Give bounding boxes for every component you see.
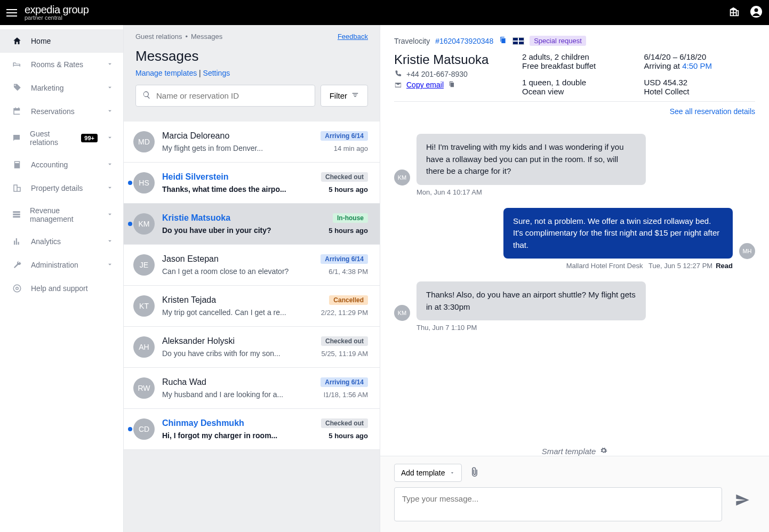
conversation-preview: Can I get a room close to an elevator? <box>162 267 323 276</box>
add-template-button[interactable]: Add template <box>394 464 462 482</box>
sidebar-item-accounting[interactable]: Accounting <box>0 153 123 176</box>
attachment-icon[interactable] <box>469 467 480 479</box>
conversation-item[interactable]: AHAleksander HolyskiChecked outDo you ha… <box>124 327 380 368</box>
see-all-reservation-link[interactable]: See all reservation details <box>670 107 755 116</box>
conversation-name: Heidi Silverstein <box>162 172 229 182</box>
message-list-panel: Guest relations•Messages Feedback Messag… <box>124 25 380 532</box>
conversation-name: Aleksander Holyski <box>162 336 235 346</box>
avatar: MD <box>133 131 155 152</box>
conversation-time: 5 hours ago <box>329 227 368 235</box>
status-badge: Checked out <box>321 172 368 182</box>
copy-icon <box>448 80 455 90</box>
copy-id-icon[interactable] <box>499 36 507 46</box>
sidebar-item-home[interactable]: Home <box>0 29 123 53</box>
sidebar-item-label: Guest relations <box>30 130 73 147</box>
search-icon <box>142 91 151 101</box>
status-badge: Checked out <box>321 336 368 346</box>
conversation-preview: My trip got cancelled. Can I get a re... <box>162 308 316 317</box>
chevron-down-icon <box>106 184 114 193</box>
chevron-down-icon <box>106 84 114 93</box>
unread-dot-icon <box>128 427 132 431</box>
conversation-name: Jason Estepan <box>162 254 219 264</box>
conversation-preview: Hi, I forgot my charger in room... <box>162 431 323 440</box>
sidebar-item-reservations[interactable]: Reservations <box>0 100 123 123</box>
message-row: MHSure, not a problem. We offer a twin s… <box>394 208 755 270</box>
conversation-time: 5/25, 11:19 AM <box>322 350 368 358</box>
logo: expedia group partner central <box>25 4 89 21</box>
conversation-item[interactable]: HSHeidi SilversteinChecked outThanks, wh… <box>124 163 380 204</box>
sidebar-item-revenue[interactable]: Revenue management <box>0 200 123 230</box>
conversation-name: Kristie Matsuoka <box>162 213 230 223</box>
property-icon[interactable] <box>728 6 740 19</box>
sidebar-item-help[interactable]: Help and support <box>0 277 123 300</box>
breadcrumb: Guest relations•Messages <box>135 33 222 41</box>
account-icon[interactable] <box>750 5 763 20</box>
sidebar-item-marketing[interactable]: Marketing <box>0 76 123 100</box>
sidebar-item-property-details[interactable]: Property details <box>0 176 123 200</box>
sidebar-item-rooms-rates[interactable]: Rooms & Rates <box>0 53 123 76</box>
send-button[interactable] <box>730 487 755 514</box>
status-badge: Cancelled <box>329 295 368 305</box>
conversation-time: 5 hours ago <box>329 432 368 440</box>
sidebar-item-administration[interactable]: Administration <box>0 253 123 277</box>
sidebar-item-label: Accounting <box>31 160 68 169</box>
conversation-item[interactable]: KMKristie MatsuokaIn-houseDo you have ub… <box>124 204 380 245</box>
message-meta: Mon, Jun 4 10:17 AM <box>416 188 646 196</box>
avatar: KM <box>394 305 410 321</box>
search-input[interactable] <box>156 91 308 100</box>
reservation-id-link[interactable]: #1620473920348 <box>435 37 493 45</box>
feedback-link[interactable]: Feedback <box>338 33 368 41</box>
page-title: Messages <box>135 48 368 65</box>
message-bubble: Thanks! Also, do you have an airport shu… <box>416 281 646 320</box>
filter-button[interactable]: Filter <box>321 85 368 107</box>
conversation-item[interactable]: RWRucha WadArriving 6/14My husband and I… <box>124 368 380 409</box>
home-icon <box>12 36 22 46</box>
sidebar-item-label: Administration <box>31 261 78 269</box>
analytics-icon <box>12 236 22 247</box>
svg-point-3 <box>16 287 19 290</box>
conversation-item[interactable]: CDChinmay DeshmukhChecked outHi, I forgo… <box>124 409 380 450</box>
message-meta: Mallard Hotel Front Desk Tue, Jun 5 12:2… <box>503 262 733 270</box>
room-view: Ocean view <box>522 87 634 96</box>
sidebar-item-label: Analytics <box>31 237 61 246</box>
compose-input[interactable] <box>394 487 722 521</box>
svg-point-2 <box>13 285 21 292</box>
search-input-wrapper[interactable] <box>135 85 315 107</box>
settings-link[interactable]: Settings <box>203 69 230 77</box>
conversation-name: Kristen Tejada <box>162 295 216 305</box>
conversation-preview: My husband and I are looking for a... <box>162 390 318 399</box>
calculator-icon <box>12 159 22 170</box>
svg-point-1 <box>755 9 758 12</box>
conversation-item[interactable]: MDMarcia DeloreanoArriving 6/14My flight… <box>124 122 380 163</box>
avatar: KM <box>394 170 410 186</box>
bed-icon <box>12 59 22 70</box>
conversation-name: Rucha Wad <box>162 377 206 387</box>
conversation-preview: Do you have uber in your city? <box>162 226 323 235</box>
copy-email-row[interactable]: Copy email <box>394 80 511 90</box>
sidebar-item-guest-relations[interactable]: Guest relations 99+ <box>0 123 123 153</box>
chevron-down-icon <box>106 60 114 69</box>
gear-icon[interactable] <box>600 447 607 456</box>
uk-flag-icon <box>512 37 524 45</box>
chevron-down-icon <box>450 469 455 477</box>
unread-dot-icon <box>128 222 132 226</box>
sidebar-item-label: Revenue management <box>30 206 98 223</box>
sidebar-item-analytics[interactable]: Analytics <box>0 230 123 253</box>
revenue-icon <box>12 209 21 220</box>
menu-icon[interactable] <box>6 9 17 17</box>
chevron-down-icon <box>106 160 114 170</box>
bed-config: 1 queen, 1 double <box>522 78 634 87</box>
manage-templates-link[interactable]: Manage templates <box>135 69 197 77</box>
message-meta: Thu, Jun 7 1:10 PM <box>416 324 646 332</box>
conversation-item[interactable]: JEJason EstepanArriving 6/14Can I get a … <box>124 245 380 286</box>
avatar: AH <box>133 336 155 358</box>
sidebar-item-label: Property details <box>31 184 83 192</box>
chat-icon <box>12 133 21 143</box>
conversation-time: 6/1, 4:38 PM <box>329 268 368 276</box>
smart-template-hint: Smart template <box>380 447 769 456</box>
status-badge: Checked out <box>321 418 368 428</box>
stay-dates: 6/14/20 – 6/18/20 <box>644 52 756 61</box>
conversation-item[interactable]: KTKristen TejadaCancelledMy trip got can… <box>124 286 380 327</box>
badge-count: 99+ <box>81 134 98 142</box>
conversation-name: Chinmay Deshmukh <box>162 418 244 428</box>
